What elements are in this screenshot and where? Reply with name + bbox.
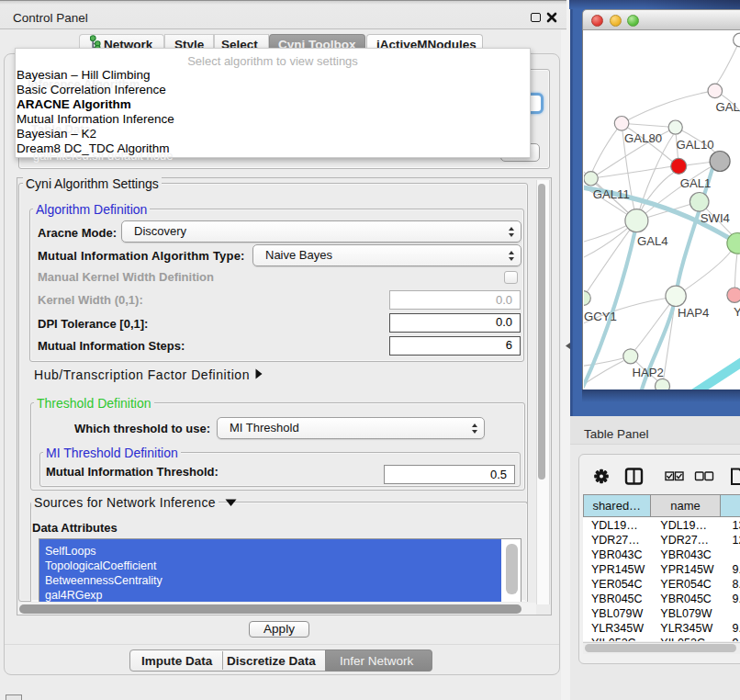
svg-text:GAL4: GAL4 <box>636 234 667 248</box>
svg-text:GAL10: GAL10 <box>676 138 713 152</box>
svg-text:Y: Y <box>734 305 740 319</box>
svg-text:HAP4: HAP4 <box>677 306 708 320</box>
svg-text:GAL1: GAL1 <box>679 176 711 190</box>
svg-text:GCY1: GCY1 <box>584 310 617 323</box>
svg-text:GAL11: GAL11 <box>592 187 629 201</box>
svg-text:HAP2: HAP2 <box>632 366 663 379</box>
svg-text:GAL8: GAL8 <box>715 100 740 114</box>
svg-text:GAL80: GAL80 <box>624 131 662 145</box>
svg-text:SWI4: SWI4 <box>700 211 729 225</box>
